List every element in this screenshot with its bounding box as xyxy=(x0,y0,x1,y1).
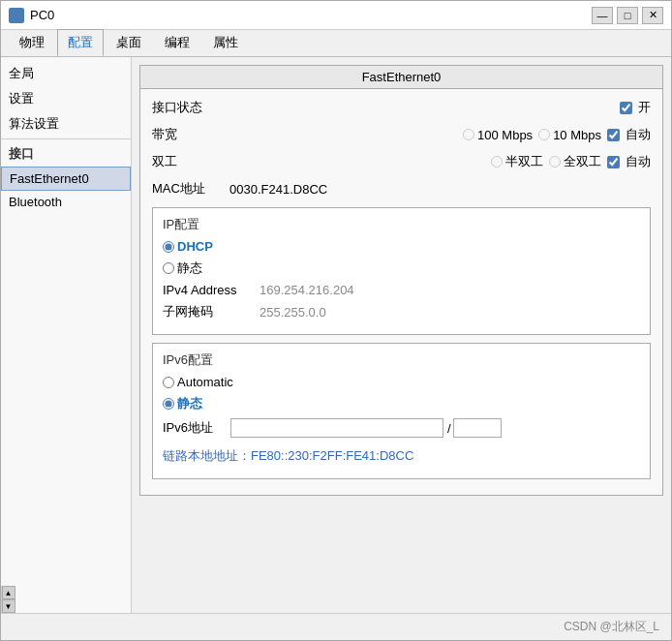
tab-config[interactable]: 配置 xyxy=(57,29,104,56)
ipv4-address-label: IPv4 Address xyxy=(163,283,260,297)
ipv6-panel: IPv6配置 Automatic 静态 xyxy=(152,343,651,479)
ipv6-auto-radio[interactable] xyxy=(163,377,174,388)
half-duplex-label: 半双工 xyxy=(505,153,543,170)
ipv6-address-input[interactable] xyxy=(230,418,443,438)
pc-icon xyxy=(9,8,24,23)
ipv6-auto-row: Automatic xyxy=(163,375,640,389)
panel-body: 接口状态 开 带宽 100 Mbps xyxy=(140,89,662,495)
title-bar: PC0 — □ ✕ xyxy=(1,1,671,30)
ipv4-dhcp-radio[interactable] xyxy=(163,241,174,253)
sidebar-item-bluetooth[interactable]: Bluetooth xyxy=(1,191,131,213)
title-bar-left: PC0 xyxy=(9,8,54,23)
tab-programming[interactable]: 编程 xyxy=(154,29,200,56)
sidebar-scrollbar: ▲ ▼ xyxy=(1,586,15,613)
sidebar-items: 全局 设置 算法设置 接口 FastEthernet0 Bluetooth xyxy=(1,57,131,586)
mac-row: MAC地址 0030.F241.D8CC xyxy=(152,178,651,199)
full-duplex-radio[interactable] xyxy=(549,156,561,168)
tab-physical[interactable]: 物理 xyxy=(9,29,55,56)
duplex-auto-label: 自动 xyxy=(626,153,651,170)
bandwidth-auto-checkbox[interactable] xyxy=(607,129,620,141)
main-panel: FastEthernet0 接口状态 开 带宽 xyxy=(139,65,663,496)
mac-label: MAC地址 xyxy=(152,180,229,198)
tab-properties[interactable]: 属性 xyxy=(202,29,249,56)
ipv4-static-radio[interactable] xyxy=(163,262,174,274)
half-duplex-option: 半双工 xyxy=(491,153,543,170)
credit-text: CSDN @北林区_L xyxy=(564,619,659,635)
bandwidth-label: 带宽 xyxy=(152,126,229,143)
sidebar-item-algorithm[interactable]: 算法设置 xyxy=(1,111,131,137)
window-title: PC0 xyxy=(30,8,54,22)
ipv4-address-value: 169.254.216.204 xyxy=(260,283,354,297)
ipv4-mask-row: 子网掩码 255.255.0.0 xyxy=(163,303,640,320)
full-duplex-option: 全双工 xyxy=(549,153,601,170)
ipv4-title: IP配置 xyxy=(163,216,640,233)
sidebar-item-fastethernet[interactable]: FastEthernet0 xyxy=(1,167,131,191)
ipv6-address-row: IPv6地址 / xyxy=(163,418,640,438)
port-status-check-label: 开 xyxy=(638,99,651,116)
half-duplex-radio[interactable] xyxy=(491,156,503,168)
bandwidth-controls: 100 Mbps 10 Mbps 自动 xyxy=(229,126,651,143)
ipv6-static-label: 静态 xyxy=(177,395,202,412)
ipv6-static-option: 静态 xyxy=(163,395,202,412)
title-bar-controls: — □ ✕ xyxy=(592,7,663,24)
ipv4-address-row: IPv4 Address 169.254.216.204 xyxy=(163,283,640,297)
bandwidth-auto-label: 自动 xyxy=(626,126,651,143)
ipv6-prefix-label: / xyxy=(447,421,451,436)
ipv4-mask-value: 255.255.0.0 xyxy=(260,305,326,320)
sidebar-item-settings[interactable]: 设置 xyxy=(1,86,131,111)
minimize-button[interactable]: — xyxy=(592,7,613,24)
ipv4-panel: IP配置 DHCP 静态 xyxy=(152,207,651,335)
duplex-row: 双工 半双工 全双工 自动 xyxy=(152,151,651,172)
bottom-bar: CSDN @北林区_L xyxy=(1,613,671,640)
ipv4-mask-label: 子网掩码 xyxy=(163,303,260,320)
bandwidth-row: 带宽 100 Mbps 10 Mbps 自动 xyxy=(152,124,651,145)
bandwidth-10-option: 10 Mbps xyxy=(538,128,601,142)
content-area: FastEthernet0 接口状态 开 带宽 xyxy=(132,57,671,613)
bandwidth-100-radio[interactable] xyxy=(463,129,474,140)
link-local-row: 链路本地地址：FE80::230:F2FF:FE41:D8CC xyxy=(163,443,640,465)
sidebar: 全局 设置 算法设置 接口 FastEthernet0 Bluetooth ▲ … xyxy=(1,57,132,613)
ipv4-static-row: 静态 xyxy=(163,259,640,277)
ipv6-address-label: IPv6地址 xyxy=(163,419,230,437)
full-duplex-label: 全双工 xyxy=(564,153,601,170)
ipv6-title: IPv6配置 xyxy=(163,351,640,369)
ipv4-static-option: 静态 xyxy=(163,259,202,277)
ipv4-dhcp-option: DHCP xyxy=(163,239,213,254)
ipv6-auto-label: Automatic xyxy=(177,375,233,389)
maximize-button[interactable]: □ xyxy=(617,7,638,24)
ipv6-prefix-input[interactable] xyxy=(453,418,502,438)
menu-bar: 物理 配置 桌面 编程 属性 xyxy=(1,30,671,57)
main-window: PC0 — □ ✕ 物理 配置 桌面 编程 属性 全局 设置 算法设置 接口 F… xyxy=(0,0,672,641)
port-status-controls: 开 xyxy=(229,99,651,116)
bandwidth-10-label: 10 Mbps xyxy=(553,128,601,142)
duplex-label: 双工 xyxy=(152,153,229,170)
bandwidth-10-radio[interactable] xyxy=(538,129,550,140)
ipv4-static-label: 静态 xyxy=(177,259,202,277)
ipv6-auto-option: Automatic xyxy=(163,375,233,389)
duplex-auto-checkbox[interactable] xyxy=(607,156,620,168)
sidebar-item-global[interactable]: 全局 xyxy=(1,61,131,86)
ipv6-static-row: 静态 xyxy=(163,395,640,412)
mac-value: 0030.F241.D8CC xyxy=(229,182,651,197)
link-local-value: FE80::230:F2FF:FE41:D8CC xyxy=(251,448,413,463)
ipv4-dhcp-row: DHCP xyxy=(163,239,640,254)
bandwidth-100-option: 100 Mbps xyxy=(463,128,533,142)
sidebar-interface-label: 接口 xyxy=(1,141,131,167)
scroll-down-arrow[interactable]: ▼ xyxy=(2,599,15,613)
ipv4-dhcp-label: DHCP xyxy=(177,239,213,254)
port-status-row: 接口状态 开 xyxy=(152,97,651,118)
ipv6-static-radio[interactable] xyxy=(163,398,174,410)
link-local-full: 链路本地地址：FE80::230:F2FF:FE41:D8CC xyxy=(163,447,413,465)
port-status-checkbox[interactable] xyxy=(620,102,632,114)
main-content: 全局 设置 算法设置 接口 FastEthernet0 Bluetooth ▲ … xyxy=(1,57,671,613)
sidebar-divider xyxy=(1,138,131,139)
close-button[interactable]: ✕ xyxy=(642,7,663,24)
scroll-up-arrow[interactable]: ▲ xyxy=(2,586,15,599)
tab-desktop[interactable]: 桌面 xyxy=(106,29,152,56)
duplex-controls: 半双工 全双工 自动 xyxy=(229,153,651,170)
port-status-label: 接口状态 xyxy=(152,99,229,116)
link-local-label: 链路本地地址： xyxy=(163,448,251,463)
bandwidth-100-label: 100 Mbps xyxy=(477,128,533,142)
panel-title: FastEthernet0 xyxy=(140,66,662,89)
